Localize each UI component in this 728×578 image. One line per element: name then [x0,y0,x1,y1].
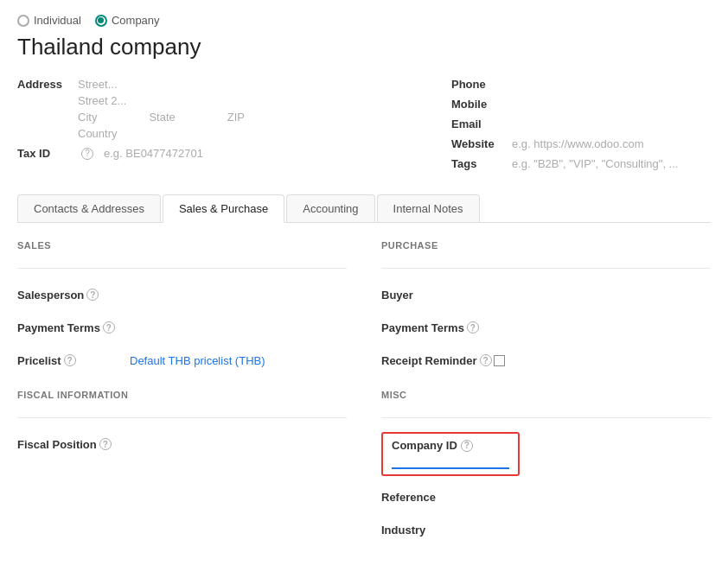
fiscal-position-field: Fiscal Position ? [17,432,347,456]
misc-section: MISC Company ID ? [381,390,711,542]
fiscal-section: FISCAL INFORMATION Fiscal Position ? [17,390,347,456]
mobile-label: Mobile [451,98,512,111]
reference-label: Reference [381,491,494,504]
fiscal-position-label: Fiscal Position ? [17,438,130,451]
buyer-label: Buyer [381,289,494,302]
company-label: Company [112,14,160,27]
phone-label: Phone [451,78,512,91]
individual-label: Individual [34,14,81,27]
salesperson-help-icon[interactable]: ? [86,289,99,301]
address-city-row: City State ZIP [78,111,245,124]
company-id-input[interactable] [392,455,509,469]
company-radio[interactable]: Company [95,14,160,27]
industry-label: Industry [381,524,494,537]
receipt-reminder-checkbox[interactable] [494,355,505,366]
address-street[interactable]: Street... [78,78,245,91]
buyer-field: Buyer [381,283,711,307]
email-field: Email [451,118,711,130]
mobile-field: Mobile [451,98,711,111]
address-city[interactable]: City [78,111,97,124]
tab-content: SALES Salesperson ? Payment Terms ? [17,223,711,550]
tabs: Contacts & Addresses Sales & Purchase Ac… [17,194,711,223]
address-street2[interactable]: Street 2... [78,94,245,107]
misc-header: MISC [381,390,711,403]
company-id-field: Company ID ? [381,432,711,476]
purchase-col: PURCHASE Buyer Payment Terms ? Receipt R… [381,240,711,550]
sales-payment-terms-label: Payment Terms ? [17,321,130,334]
company-id-label: Company ID [392,439,457,452]
page-title: Thailand company [17,34,711,60]
pricelist-field: Pricelist ? Default THB pricelist (THB) [17,348,347,372]
reference-field: Reference [381,485,711,509]
website-value[interactable]: e.g. https://www.odoo.com [512,137,643,150]
receipt-reminder-field: Receipt Reminder ? [381,348,711,372]
tab-internal-notes[interactable]: Internal Notes [377,194,480,222]
address-lines: Street... Street 2... City State ZIP Cou… [78,78,245,140]
address-state[interactable]: State [149,111,175,124]
address-label: Address [17,78,78,91]
tax-id-label: Tax ID [17,147,78,160]
sales-payment-help-icon[interactable]: ? [103,321,115,333]
phone-field: Phone [451,78,711,91]
tax-id-help-icon[interactable]: ? [81,148,93,160]
pricelist-help-icon[interactable]: ? [64,354,76,366]
tab-contacts[interactable]: Contacts & Addresses [17,194,161,222]
sales-divider [17,268,347,269]
address-country[interactable]: Country [78,127,245,140]
right-column: Phone Mobile Email Website e.g. https://… [451,78,711,177]
tags-field: Tags e.g. "B2B", "VIP", "Consulting", ..… [451,157,711,170]
website-field: Website e.g. https://www.odoo.com [451,137,711,150]
pricelist-label: Pricelist ? [17,354,130,367]
misc-divider [381,417,711,418]
radio-group: Individual Company [17,14,711,27]
tab-sales-purchase[interactable]: Sales & Purchase [163,194,284,223]
salesperson-label: Salesperson ? [17,289,130,302]
tab-two-col: SALES Salesperson ? Payment Terms ? [17,240,711,550]
left-column: Address Street... Street 2... City State… [17,78,417,177]
individual-radio[interactable]: Individual [17,14,81,27]
sales-col: SALES Salesperson ? Payment Terms ? [17,240,347,550]
purchase-payment-terms-label: Payment Terms ? [381,321,494,334]
company-radio-dot [95,15,107,27]
company-id-help-icon[interactable]: ? [461,440,473,452]
address-zip[interactable]: ZIP [227,111,245,124]
address-row: Address Street... Street 2... City State… [17,78,417,140]
main-form: Address Street... Street 2... City State… [17,78,711,177]
website-label: Website [451,137,512,150]
salesperson-field: Salesperson ? [17,283,347,307]
company-id-highlighted-box: Company ID ? [381,432,520,476]
company-id-label-wrap: Company ID ? [381,432,520,476]
receipt-reminder-label: Receipt Reminder ? [381,354,494,367]
industry-field: Industry [381,518,711,542]
purchase-header: PURCHASE [381,240,711,254]
email-label: Email [451,118,512,130]
fiscal-divider [17,417,347,418]
fiscal-help-icon[interactable]: ? [99,438,112,450]
purchase-payment-help-icon[interactable]: ? [467,321,479,333]
receipt-reminder-help-icon[interactable]: ? [480,354,492,366]
tax-id-row: Tax ID ? e.g. BE0477472701 [17,147,417,160]
tax-id-placeholder[interactable]: e.g. BE0477472701 [104,147,203,160]
individual-radio-dot [17,15,29,27]
tab-accounting[interactable]: Accounting [286,194,374,222]
pricelist-value[interactable]: Default THB pricelist (THB) [130,354,265,367]
sales-payment-terms-field: Payment Terms ? [17,315,347,340]
purchase-payment-terms-field: Payment Terms ? [381,315,711,340]
tags-label: Tags [451,157,512,170]
fiscal-header: FISCAL INFORMATION [17,390,347,403]
sales-header: SALES [17,240,347,254]
purchase-divider [381,268,711,269]
tags-value[interactable]: e.g. "B2B", "VIP", "Consulting", ... [512,157,678,170]
